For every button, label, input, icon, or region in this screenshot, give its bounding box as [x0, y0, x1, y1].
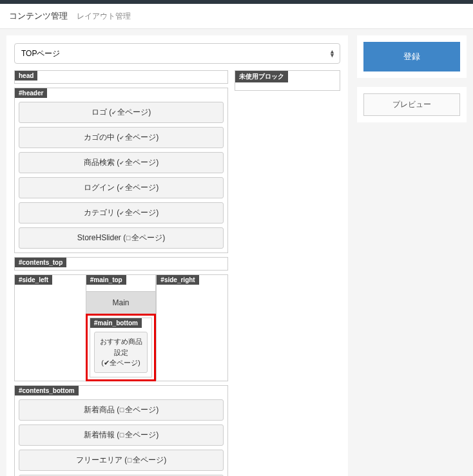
block-item[interactable]: カゴの中 (✔全ページ)	[19, 127, 224, 148]
block-item[interactable]: ロゴ (✔全ページ)	[19, 102, 224, 123]
breadcrumb-main: コンテンツ管理	[9, 11, 68, 21]
zone-main-top[interactable]: #main_top	[86, 274, 157, 291]
check-icon: ✔	[111, 109, 117, 116]
block-item[interactable]: ログイン (✔全ページ)	[19, 177, 224, 198]
highlight-box: #main_bottom おすすめ商品設定 (✔全ページ)	[86, 314, 157, 381]
zone-main-bottom[interactable]: #main_bottom おすすめ商品設定 (✔全ページ)	[90, 318, 153, 377]
check-icon: ✔	[119, 160, 124, 166]
zone-contents-bottom[interactable]: #contents_bottom 新着商品 (☐全ページ)新着情報 (☐全ページ…	[14, 385, 228, 477]
block-item[interactable]: フリーエリア (☐全ページ)	[19, 450, 224, 471]
zone-label-unused: 未使用ブロック	[235, 71, 288, 82]
zone-head[interactable]: head	[14, 70, 228, 84]
main-block: Main	[86, 292, 156, 314]
check-icon: ✔	[119, 135, 124, 141]
check-icon: ☐	[119, 432, 124, 439]
page-select[interactable]: TOPページ	[14, 43, 340, 64]
block-item[interactable]: 商品検索 (✔全ページ)	[19, 152, 224, 173]
block-recommend[interactable]: おすすめ商品設定 (✔全ページ)	[94, 332, 148, 373]
zone-label-main-bottom: #main_bottom	[90, 318, 142, 328]
zone-label-header: #header	[15, 88, 47, 98]
register-button[interactable]: 登録	[363, 42, 460, 71]
zone-header[interactable]: #header ロゴ (✔全ページ)カゴの中 (✔全ページ)商品検索 (✔全ペー…	[14, 88, 228, 253]
check-icon: ☐	[119, 407, 124, 414]
zone-label-side-left: #side_left	[15, 275, 52, 285]
zone-label-main-top: #main_top	[86, 275, 126, 285]
check-icon: ✔	[119, 185, 124, 191]
zone-label-head: head	[15, 71, 37, 81]
zone-contents-top[interactable]: #contents_top	[14, 257, 228, 271]
check-icon: ✔	[119, 210, 124, 216]
zone-main: Main	[86, 291, 157, 314]
zone-side-left[interactable]: #side_left	[14, 274, 86, 381]
zone-label-contents-bottom: #contents_bottom	[15, 386, 79, 395]
breadcrumb: コンテンツ管理 レイアウト管理	[0, 4, 473, 29]
block-item[interactable]: 新着商品 (☐全ページ)	[19, 399, 224, 421]
contents-bottom-blocks: 新着商品 (☐全ページ)新着情報 (☐全ページ)フリーエリア (☐全ページ)ギャ…	[15, 395, 227, 477]
block-item[interactable]: 新着情報 (☐全ページ)	[19, 424, 224, 446]
preview-button[interactable]: プレビュー	[363, 93, 460, 116]
header-blocks: ロゴ (✔全ページ)カゴの中 (✔全ページ)商品検索 (✔全ページ)ログイン (…	[15, 98, 227, 252]
layout-editor: TOPページ ▲▼ head #header ロゴ (✔全ページ)カゴの中 (✔…	[6, 35, 348, 476]
zone-label-side-right: #side_right	[157, 275, 198, 285]
zone-label-contents-top: #contents_top	[15, 258, 66, 267]
check-icon: ✔	[104, 359, 110, 367]
check-icon: ☐	[126, 235, 131, 242]
zone-side-right[interactable]: #side_right	[156, 274, 228, 381]
zone-unused[interactable]: 未使用ブロック	[235, 70, 340, 91]
breadcrumb-sub: レイアウト管理	[77, 12, 131, 21]
check-icon: ☐	[127, 457, 132, 464]
block-item[interactable]: カテゴリ (✔全ページ)	[19, 202, 224, 224]
block-item[interactable]: StoreHSlider (☐全ページ)	[19, 227, 224, 249]
